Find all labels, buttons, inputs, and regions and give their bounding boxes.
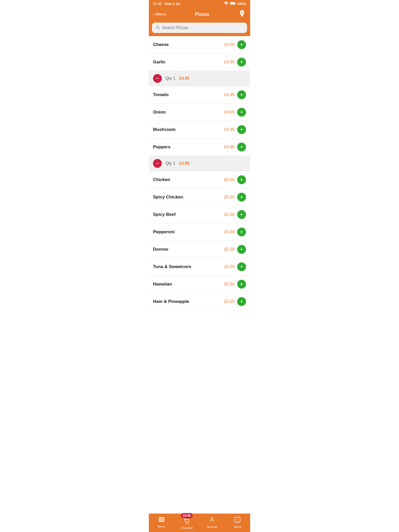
svg-rect-7 [159, 519, 164, 520]
item-right: £4.95 + [224, 143, 246, 151]
svg-text:i: i [237, 518, 238, 522]
tab-checkout[interactable]: £9.90 Checkout [174, 516, 200, 529]
item-right: £5.50 + [224, 175, 246, 184]
tab-about[interactable]: i About [225, 517, 250, 528]
add-item-button[interactable]: + [237, 90, 246, 99]
back-label: Menu [156, 12, 166, 17]
status-time: 17:43 [153, 2, 162, 6]
menu-list: Cheese £4.50 + Garlic £4.95 + − Qty 1 £4… [149, 36, 250, 514]
add-item-button[interactable]: + [237, 143, 246, 151]
add-item-button[interactable]: + [237, 40, 246, 49]
item-right: £5.50 + [224, 262, 246, 271]
status-date: Wed 3 Jul [164, 2, 180, 6]
add-item-button[interactable]: + [237, 108, 246, 117]
item-price: £5.50 [224, 247, 235, 252]
svg-point-12 [211, 518, 213, 520]
battery-icon [230, 2, 236, 6]
svg-rect-3 [235, 3, 236, 4]
remove-item-button[interactable]: − [153, 159, 162, 168]
tab-account[interactable]: Account [200, 517, 225, 528]
add-item-button[interactable]: + [237, 210, 246, 219]
item-right: £4.95 + [224, 90, 246, 99]
back-button[interactable]: ‹ Menu [153, 12, 166, 17]
tab-about-label: About [234, 525, 241, 528]
about-tab-icon: i [234, 517, 241, 524]
item-right: £5.50 + [224, 193, 246, 202]
add-item-button[interactable]: + [237, 245, 246, 254]
item-name: Chicken [153, 177, 170, 182]
add-item-button[interactable]: + [237, 193, 246, 202]
menu-item: Ham & Pineapple £5.50 + [149, 293, 250, 310]
item-price: £5.50 [224, 230, 235, 234]
location-icon[interactable] [238, 10, 246, 19]
battery-percent: 100% [237, 2, 246, 6]
account-tab-icon [209, 517, 215, 524]
item-price: £4.95 [224, 110, 235, 115]
item-name: Peppers [153, 144, 170, 150]
item-price: £5.50 [224, 264, 235, 269]
search-icon [156, 25, 160, 30]
item-expanded-row: − Qty 1 £4.95 [149, 71, 250, 86]
item-name: Spicy Beef [153, 212, 176, 217]
chevron-left-icon: ‹ [153, 12, 155, 17]
svg-point-11 [188, 523, 189, 524]
item-right: £5.50 + [224, 210, 246, 219]
tab-menu[interactable]: Menu [149, 517, 174, 528]
menu-item: Mushroom £4.95 + [149, 121, 250, 138]
svg-rect-2 [230, 2, 235, 4]
page-title: Pizzas [195, 12, 209, 17]
qty-price: £4.95 [179, 161, 189, 166]
item-price: £5.50 [224, 212, 235, 217]
menu-item: Tuna & Sweetcorn £5.50 + [149, 258, 250, 276]
item-right: £5.50 + [224, 280, 246, 289]
item-price: £5.50 [224, 282, 235, 287]
item-name: Donner [153, 247, 169, 252]
qty-label: Qty 1 [165, 161, 175, 166]
add-item-button[interactable]: + [237, 125, 246, 134]
qty-price: £4.95 [179, 76, 189, 81]
add-item-button[interactable]: + [237, 175, 246, 184]
item-right: £4.95 + [224, 108, 246, 117]
item-name: Onion [153, 110, 166, 115]
checkout-icon [183, 518, 190, 526]
item-right: £5.50 + [224, 297, 246, 306]
menu-item: Tomato £4.95 + [149, 86, 250, 104]
item-right: £4.95 + [224, 58, 246, 66]
status-time-date: 17:43 Wed 3 Jul [153, 2, 180, 6]
add-item-button[interactable]: + [237, 280, 246, 289]
item-price: £5.50 [224, 177, 235, 182]
menu-item: Donner £5.50 + [149, 241, 250, 258]
add-item-button[interactable]: + [237, 228, 246, 236]
tab-menu-label: Menu [158, 525, 165, 528]
item-price: £4.95 [224, 145, 235, 149]
item-name: Tomato [153, 92, 169, 97]
menu-item: Onion £4.95 + [149, 104, 250, 121]
add-item-button[interactable]: + [237, 297, 246, 306]
add-item-button[interactable]: + [237, 262, 246, 271]
svg-point-10 [186, 523, 187, 524]
item-price: £4.95 [224, 127, 235, 132]
item-name: Mushroom [153, 127, 176, 132]
status-bar: 17:43 Wed 3 Jul 100% [149, 0, 250, 8]
search-input[interactable] [162, 25, 243, 30]
svg-rect-8 [159, 521, 164, 521]
item-right: £4.95 + [224, 125, 246, 134]
item-price: £4.95 [224, 92, 235, 97]
remove-item-button[interactable]: − [153, 74, 162, 83]
add-item-button[interactable]: + [237, 58, 246, 66]
item-name: Spicy Chicken [153, 195, 183, 200]
menu-item: Spicy Chicken £5.50 + [149, 189, 250, 206]
menu-item: Garlic £4.95 + [149, 54, 250, 71]
item-name: Pepperoni [153, 229, 175, 235]
menu-tab-icon [158, 517, 165, 524]
item-price: £5.50 [224, 299, 235, 304]
item-name: Hawaiian [153, 282, 172, 287]
tab-bar: Menu £9.90 Checkout Account i [149, 514, 250, 532]
status-right: 100% [224, 2, 246, 6]
item-price: £4.95 [224, 60, 235, 64]
menu-item: Peppers £4.95 + [149, 138, 250, 156]
item-price: £5.50 [224, 195, 235, 200]
item-right: £5.50 + [224, 228, 246, 236]
item-right: £5.50 + [224, 245, 246, 254]
item-name: Ham & Pineapple [153, 299, 189, 304]
